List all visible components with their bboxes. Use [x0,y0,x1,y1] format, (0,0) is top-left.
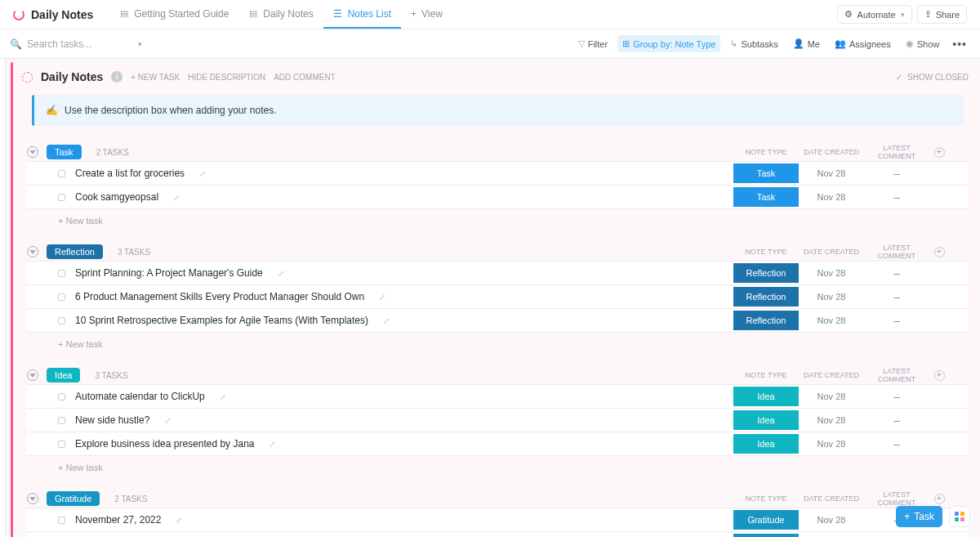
ring-icon [13,9,24,20]
status-checkbox[interactable] [58,270,65,277]
search-input[interactable] [27,38,109,50]
hide-description-action[interactable]: HIDE DESCRIPTION [188,73,265,82]
add-task-row[interactable]: + New task [27,456,969,472]
expand-icon[interactable]: ⤢ [379,293,385,302]
col-note-type: NOTE TYPE [733,371,799,379]
add-column-button[interactable]: + [929,370,949,381]
note-type-tag[interactable]: Reflection [733,287,799,307]
col-latest-comment: LATEST COMMENT [864,490,929,507]
description-text: Use the description box when adding your… [65,105,277,116]
add-comment-action[interactable]: ADD COMMENT [274,73,336,82]
show-closed-toggle[interactable]: ✓ SHOW CLOSED [896,73,969,82]
subtasks-icon: ↳ [730,38,737,49]
filter-icon: ▽ [578,38,585,49]
status-checkbox[interactable] [58,194,65,201]
group-pill[interactable]: Idea [47,368,80,383]
expand-icon[interactable]: ⤢ [173,193,180,202]
collapse-toggle[interactable] [27,246,38,257]
share-button[interactable]: ⇪ Share [917,5,967,24]
col-date-created: DATE CREATED [799,248,864,256]
date-created: Nov 28 [799,168,864,178]
collapse-toggle[interactable] [27,146,38,158]
group-pill[interactable]: Gratitude [47,491,100,506]
add-column-button[interactable]: + [929,247,949,257]
note-type-tag[interactable]: Task [733,187,799,207]
status-checkbox[interactable] [58,317,65,324]
task-row[interactable]: Create a list for groceries⤢TaskNov 28– [27,161,969,186]
status-checkbox[interactable] [58,293,65,301]
expand-icon[interactable]: ⤢ [176,516,182,525]
status-checkbox[interactable] [58,441,65,448]
group-pill[interactable]: Reflection [47,244,103,259]
col-note-type: NOTE TYPE [733,248,799,256]
task-row[interactable]: Explore business idea presented by Jana⤢… [27,432,969,456]
collapse-toggle[interactable] [27,369,38,381]
note-type-tag[interactable]: Reflection [733,311,799,330]
toolbar-right: ▽ Filter ⊞ Group by: Note Type ↳ Subtask… [573,35,970,52]
note-type-tag[interactable]: Reflection [733,263,799,283]
task-name: Automate calendar to ClickUp [75,391,205,402]
chevron-down-icon: ▾ [901,11,905,19]
status-checkbox[interactable] [58,417,65,424]
fab-task-label: Task [914,511,934,522]
status-checkbox[interactable] [58,393,65,401]
tab-notes-list[interactable]: ☰ Notes List [323,0,401,29]
task-name: Create a list for groceries [75,168,185,179]
group-by-button[interactable]: ⊞ Group by: Note Type [617,35,720,52]
task-row[interactable]: 10 Sprint Retrospective Examples for Agi… [27,308,969,333]
note-type-tag[interactable]: Idea [733,434,799,454]
task-row[interactable]: November 28, 2022⤢GratitudeNov 28– [27,531,969,537]
search-container: 🔍 ▾ [10,38,142,50]
assignees-button[interactable]: 👥 Assignees [830,35,896,52]
add-column-button[interactable]: + [929,147,949,158]
latest-comment: – [864,414,929,427]
apps-fab[interactable] [949,506,970,527]
add-view-button[interactable]: + View [401,0,452,29]
expand-icon[interactable]: ⤢ [199,169,206,178]
add-column-button[interactable]: + [929,494,949,504]
collapse-toggle[interactable] [27,493,38,504]
status-circle-icon[interactable] [22,72,33,83]
info-icon[interactable]: i [111,71,122,83]
show-button[interactable]: ◉ Show [901,35,945,52]
note-type-tag[interactable]: Idea [733,410,799,430]
task-row[interactable]: Cook samgyeopsal⤢TaskNov 28– [27,185,969,209]
floating-actions: + Task [896,506,970,527]
filter-button[interactable]: ▽ Filter [573,35,612,52]
group-pill[interactable]: Task [47,145,82,159]
page-header: Daily Notes i + NEW TASK HIDE DESCRIPTIO… [22,70,969,83]
share-icon: ⇪ [924,9,932,20]
date-created: Nov 28 [799,515,864,525]
note-type-tag[interactable]: Idea [733,387,799,406]
new-task-action[interactable]: + NEW TASK [131,73,180,82]
subtasks-button[interactable]: ↳ Subtasks [725,35,782,52]
automate-button[interactable]: ⚙ Automate ▾ [837,5,912,24]
note-type-tag[interactable]: Gratitude [733,534,799,537]
new-task-fab[interactable]: + Task [896,506,942,527]
note-type-tag[interactable]: Gratitude [733,510,799,530]
expand-icon[interactable]: ⤢ [383,316,390,325]
col-latest-comment: LATEST COMMENT [864,244,929,260]
task-row[interactable]: Automate calendar to ClickUp⤢IdeaNov 28– [27,384,969,409]
note-type-tag[interactable]: Task [733,163,799,183]
status-checkbox[interactable] [58,517,65,524]
add-task-row[interactable]: + New task [27,333,969,349]
task-row[interactable]: New side hustle?⤢IdeaNov 28– [27,408,969,432]
writing-hand-icon: ✍️ [46,105,58,116]
expand-icon[interactable]: ⤢ [164,416,171,425]
expand-icon[interactable]: ⤢ [269,440,275,449]
me-button[interactable]: 👤 Me [788,35,825,52]
task-row[interactable]: Sprint Planning: A Project Manager's Gui… [27,261,969,285]
tab-daily-notes[interactable]: ▤ Daily Notes [238,0,323,29]
task-row[interactable]: November 27, 2022⤢GratitudeNov 28– [27,508,969,532]
more-menu[interactable]: ••• [949,38,970,51]
search-expand[interactable]: ▾ [138,40,142,48]
task-row[interactable]: 6 Product Management Skills Every Produc… [27,284,969,309]
expand-icon[interactable]: ⤢ [220,392,226,401]
status-checkbox[interactable] [58,170,65,177]
tab-getting-started[interactable]: ▤ Getting Started Guide [109,0,238,29]
share-label: Share [936,10,960,20]
expand-icon[interactable]: ⤢ [278,269,284,278]
task-name: Cook samgyeopsal [75,191,158,203]
add-task-row[interactable]: + New task [27,209,969,226]
